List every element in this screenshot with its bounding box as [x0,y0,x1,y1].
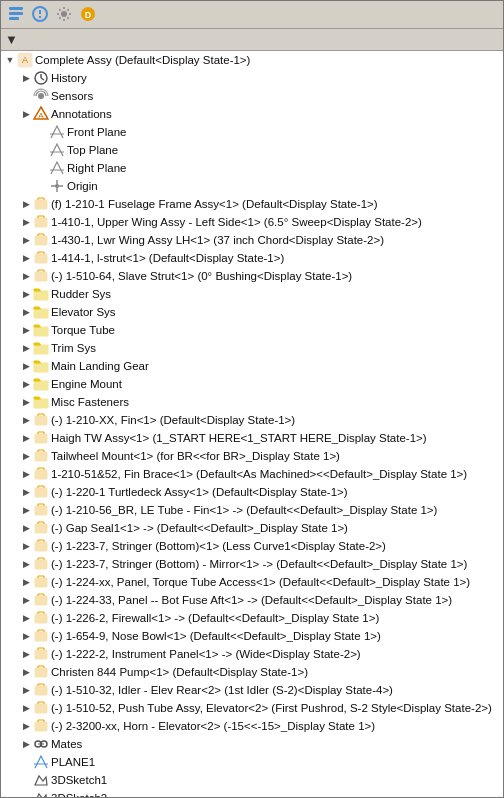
tree-expander[interactable]: ▶ [19,503,33,517]
tree-expander[interactable]: ▶ [19,377,33,391]
tree-item[interactable]: Front Plane [1,123,503,141]
tree-item[interactable]: ▶(-) 1-210-XX, Fin<1> (Default<Display S… [1,411,503,429]
feature-manager-btn[interactable] [5,3,27,25]
tree-expander[interactable]: ▶ [19,557,33,571]
tree-item-icon [33,358,49,374]
tree-item[interactable]: ▶Rudder Sys [1,285,503,303]
tree-expander[interactable]: ▼ [3,53,17,67]
tree-item-label: Mates [51,738,82,750]
tree-item[interactable]: Top Plane [1,141,503,159]
filter-bar: ▼ [1,29,503,51]
tree-expander[interactable]: ▶ [19,521,33,535]
tree-expander[interactable]: ▶ [19,71,33,85]
tree-item[interactable]: ▶(-) 1-510-64, Slave Strut<1> (0° Bushin… [1,267,503,285]
tree-expander[interactable]: ▶ [19,215,33,229]
tree-item-label: (-) 1-222-2, Instrument Panel<1> -> (Wid… [51,648,361,660]
tree-item-label: Rudder Sys [51,288,111,300]
tree-item[interactable]: ▶Torque Tube [1,321,503,339]
tree-item[interactable]: ▶Trim Sys [1,339,503,357]
tree-item[interactable]: ▶(-) 2-3200-xx, Horn - Elevator<2> (-15<… [1,717,503,735]
tree-expander[interactable]: ▶ [19,287,33,301]
tree-item[interactable]: ▶Haigh TW Assy<1> (1_START HERE<1_START … [1,429,503,447]
tree-expander[interactable]: ▶ [19,683,33,697]
tree-item[interactable]: Right Plane [1,159,503,177]
dimxpert-btn[interactable]: D [77,3,99,25]
tree-expander[interactable]: ▶ [19,305,33,319]
tree-item[interactable]: ▶1-210-51&52, Fin Brace<1> (Default<As M… [1,465,503,483]
tree-expander[interactable]: ▶ [19,467,33,481]
tree-item[interactable]: ▶Christen 844 Pump<1> (Default<Display S… [1,663,503,681]
tree-expander[interactable]: ▶ [19,665,33,679]
tree-expander[interactable]: ▶ [19,323,33,337]
tree-expander[interactable]: ▶ [19,269,33,283]
tree-expander[interactable]: ▶ [19,251,33,265]
tree-item-label: Engine Mount [51,378,122,390]
tree-item[interactable]: PLANE1 [1,753,503,771]
tree-item[interactable]: ▶(-) Gap Seal1<1> -> (Default<<Default>_… [1,519,503,537]
tree-item[interactable]: ▶(f) 1-210-1 Fuselage Frame Assy<1> (Def… [1,195,503,213]
tree-item[interactable]: ▶(-) 1-510-52, Push Tube Assy, Elevator<… [1,699,503,717]
tree-item[interactable]: ▶(-) 1-210-56_BR, LE Tube - Fin<1> -> (D… [1,501,503,519]
tree-item[interactable]: ▶(-) 1-222-2, Instrument Panel<1> -> (Wi… [1,645,503,663]
config-manager-btn[interactable] [53,3,75,25]
tree-item[interactable]: ▶(-) 1-226-2, Firewall<1> -> (Default<<D… [1,609,503,627]
tree-item[interactable]: ▶Main Landing Gear [1,357,503,375]
feature-tree[interactable]: ▼AComplete Assy (Default<Display State-1… [1,51,503,797]
tree-item[interactable]: Origin [1,177,503,195]
tree-item-icon [49,124,65,140]
tree-expander[interactable]: ▶ [19,701,33,715]
tree-expander[interactable]: ▶ [19,719,33,733]
tree-expander[interactable]: ▶ [19,413,33,427]
tree-item-icon [49,142,65,158]
tree-item[interactable]: ▼AComplete Assy (Default<Display State-1… [1,51,503,69]
tree-item[interactable]: ▶Elevator Sys [1,303,503,321]
tree-item[interactable]: ▶(-) 1-224-33, Panel -- Bot Fuse Aft<1> … [1,591,503,609]
tree-expander[interactable]: ▶ [19,629,33,643]
tree-item-icon [33,772,49,788]
tree-item[interactable]: ▶1-430-1, Lwr Wing Assy LH<1> (37 inch C… [1,231,503,249]
tree-expander[interactable]: ▶ [19,449,33,463]
tree-item[interactable]: ▶History [1,69,503,87]
tree-item[interactable]: ▶Mates [1,735,503,753]
tree-item[interactable]: ▶1-410-1, Upper Wing Assy - Left Side<1>… [1,213,503,231]
tree-item-icon [33,88,49,104]
tree-item[interactable]: ▶(-) 1-220-1 Turtledeck Assy<1> (Default… [1,483,503,501]
tree-expander [35,179,49,193]
tree-expander[interactable]: ▶ [19,575,33,589]
tree-item[interactable]: ▶(-) 1-223-7, Stringer (Bottom) - Mirror… [1,555,503,573]
svg-point-14 [38,93,44,99]
tree-item[interactable]: ▶1-414-1, l-strut<1> (Default<Display St… [1,249,503,267]
tree-expander[interactable]: ▶ [19,197,33,211]
tree-item[interactable]: ▶Engine Mount [1,375,503,393]
tree-item[interactable]: Sensors [1,87,503,105]
tree-item[interactable]: ▶Misc Fasteners [1,393,503,411]
tree-expander[interactable]: ▶ [19,107,33,121]
app-window: D ▼ ▼AComplete Assy (Default<Display Sta… [0,0,504,798]
tree-item[interactable]: ▶(-) 1-224-xx, Panel, Torque Tube Access… [1,573,503,591]
tree-item[interactable]: 3DSketch1 [1,771,503,789]
tree-item[interactable]: ▶(-) 1-510-32, Idler - Elev Rear<2> (1st… [1,681,503,699]
tree-item[interactable]: ▶(-) 1-223-7, Stringer (Bottom)<1> (Less… [1,537,503,555]
tree-item[interactable]: ▶Tailwheel Mount<1> (for BR<<for BR>_Dis… [1,447,503,465]
tree-expander[interactable]: ▶ [19,359,33,373]
tree-item-icon [33,448,49,464]
tree-expander[interactable]: ▶ [19,233,33,247]
tree-expander[interactable]: ▶ [19,395,33,409]
tree-item[interactable]: ▶(-) 1-654-9, Nose Bowl<1> (Default<<Def… [1,627,503,645]
tree-expander[interactable]: ▶ [19,539,33,553]
tree-expander[interactable]: ▶ [19,737,33,751]
tree-expander[interactable]: ▶ [19,593,33,607]
tree-expander[interactable]: ▶ [19,647,33,661]
tree-expander[interactable]: ▶ [19,611,33,625]
tree-expander[interactable]: ▶ [19,485,33,499]
tree-item-label: Christen 844 Pump<1> (Default<Display St… [51,666,308,678]
tree-item[interactable]: 3DSketch2 [1,789,503,797]
tree-item-label: Right Plane [67,162,126,174]
tree-expander[interactable]: ▶ [19,341,33,355]
tree-item[interactable]: ▶AAnnotations [1,105,503,123]
tree-expander[interactable]: ▶ [19,431,33,445]
property-manager-btn[interactable] [29,3,51,25]
tree-item-icon [33,70,49,86]
tree-item-icon [33,340,49,356]
svg-rect-20 [35,200,47,209]
